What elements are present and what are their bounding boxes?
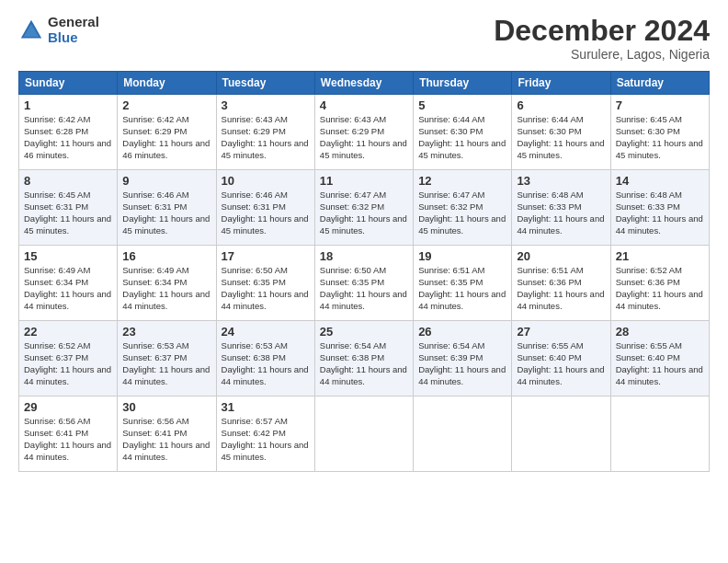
day-info: Sunrise: 6:51 AM Sunset: 6:35 PM Dayligh… bbox=[418, 265, 506, 312]
table-row: 27 Sunrise: 6:55 AM Sunset: 6:40 PM Dayl… bbox=[512, 321, 610, 396]
table-row: 12 Sunrise: 6:47 AM Sunset: 6:32 PM Dayl… bbox=[414, 170, 512, 246]
day-number: 23 bbox=[122, 325, 210, 339]
table-row: 26 Sunrise: 6:54 AM Sunset: 6:39 PM Dayl… bbox=[414, 321, 512, 396]
day-info: Sunrise: 6:51 AM Sunset: 6:36 PM Dayligh… bbox=[517, 265, 605, 312]
table-row: 30 Sunrise: 6:56 AM Sunset: 6:41 PM Dayl… bbox=[118, 396, 216, 472]
day-number: 3 bbox=[222, 98, 310, 112]
day-info: Sunrise: 6:50 AM Sunset: 6:35 PM Dayligh… bbox=[222, 265, 310, 312]
day-number: 12 bbox=[418, 174, 506, 188]
day-number: 9 bbox=[122, 174, 210, 188]
day-number: 14 bbox=[616, 174, 704, 188]
table-row: 5 Sunrise: 6:44 AM Sunset: 6:30 PM Dayli… bbox=[414, 95, 512, 170]
day-info: Sunrise: 6:52 AM Sunset: 6:37 PM Dayligh… bbox=[24, 340, 112, 387]
page: General Blue December 2024 Surulere, Lag… bbox=[0, 0, 728, 563]
table-row: 13 Sunrise: 6:48 AM Sunset: 6:33 PM Dayl… bbox=[512, 170, 610, 246]
table-row: 16 Sunrise: 6:49 AM Sunset: 6:34 PM Dayl… bbox=[118, 246, 216, 321]
day-info: Sunrise: 6:47 AM Sunset: 6:32 PM Dayligh… bbox=[320, 190, 408, 236]
days-header-row: Sunday Monday Tuesday Wednesday Thursday… bbox=[19, 72, 710, 95]
day-number: 26 bbox=[418, 325, 506, 339]
table-row: 22 Sunrise: 6:52 AM Sunset: 6:37 PM Dayl… bbox=[19, 321, 118, 396]
calendar-week-row: 1 Sunrise: 6:42 AM Sunset: 6:28 PM Dayli… bbox=[19, 95, 710, 170]
calendar-week-row: 29 Sunrise: 6:56 AM Sunset: 6:41 PM Dayl… bbox=[19, 396, 710, 472]
calendar-week-row: 22 Sunrise: 6:52 AM Sunset: 6:37 PM Dayl… bbox=[19, 321, 710, 396]
day-info: Sunrise: 6:54 AM Sunset: 6:39 PM Dayligh… bbox=[418, 340, 506, 387]
day-info: Sunrise: 6:53 AM Sunset: 6:37 PM Dayligh… bbox=[122, 340, 210, 387]
table-row: 1 Sunrise: 6:42 AM Sunset: 6:28 PM Dayli… bbox=[19, 95, 118, 170]
day-number: 4 bbox=[320, 98, 408, 112]
day-info: Sunrise: 6:52 AM Sunset: 6:36 PM Dayligh… bbox=[616, 265, 704, 312]
day-number: 17 bbox=[222, 249, 310, 263]
table-row bbox=[414, 396, 512, 472]
title-location: Surulere, Lagos, Nigeria bbox=[494, 47, 710, 62]
day-number: 27 bbox=[517, 325, 605, 339]
header-wednesday: Wednesday bbox=[314, 72, 413, 95]
day-info: Sunrise: 6:55 AM Sunset: 6:40 PM Dayligh… bbox=[616, 340, 704, 387]
day-number: 28 bbox=[616, 325, 704, 339]
day-number: 5 bbox=[418, 98, 506, 112]
title-month: December 2024 bbox=[494, 15, 710, 47]
table-row: 23 Sunrise: 6:53 AM Sunset: 6:37 PM Dayl… bbox=[118, 321, 216, 396]
header-thursday: Thursday bbox=[414, 72, 512, 95]
day-number: 2 bbox=[122, 98, 210, 112]
table-row bbox=[314, 396, 413, 472]
day-info: Sunrise: 6:46 AM Sunset: 6:31 PM Dayligh… bbox=[122, 190, 210, 236]
day-number: 24 bbox=[222, 325, 310, 339]
table-row: 11 Sunrise: 6:47 AM Sunset: 6:32 PM Dayl… bbox=[314, 170, 413, 246]
day-number: 25 bbox=[320, 325, 408, 339]
day-number: 7 bbox=[616, 98, 704, 112]
day-number: 8 bbox=[24, 174, 112, 188]
day-number: 20 bbox=[517, 249, 605, 263]
day-info: Sunrise: 6:56 AM Sunset: 6:41 PM Dayligh… bbox=[24, 416, 112, 463]
table-row: 2 Sunrise: 6:42 AM Sunset: 6:29 PM Dayli… bbox=[118, 95, 216, 170]
calendar-week-row: 15 Sunrise: 6:49 AM Sunset: 6:34 PM Dayl… bbox=[19, 246, 710, 321]
day-info: Sunrise: 6:48 AM Sunset: 6:33 PM Dayligh… bbox=[517, 190, 605, 236]
day-number: 10 bbox=[222, 174, 310, 188]
header-saturday: Saturday bbox=[610, 72, 709, 95]
day-info: Sunrise: 6:55 AM Sunset: 6:40 PM Dayligh… bbox=[517, 340, 605, 387]
table-row bbox=[512, 396, 610, 472]
day-info: Sunrise: 6:57 AM Sunset: 6:42 PM Dayligh… bbox=[222, 416, 310, 463]
day-number: 16 bbox=[122, 249, 210, 263]
header-friday: Friday bbox=[512, 72, 610, 95]
day-number: 29 bbox=[24, 400, 112, 414]
day-number: 31 bbox=[222, 400, 310, 414]
day-number: 1 bbox=[24, 98, 112, 112]
day-number: 15 bbox=[24, 249, 112, 263]
table-row: 8 Sunrise: 6:45 AM Sunset: 6:31 PM Dayli… bbox=[19, 170, 118, 246]
header-tuesday: Tuesday bbox=[216, 72, 314, 95]
day-info: Sunrise: 6:49 AM Sunset: 6:34 PM Dayligh… bbox=[24, 265, 112, 312]
day-info: Sunrise: 6:45 AM Sunset: 6:31 PM Dayligh… bbox=[24, 190, 112, 236]
logo: General Blue bbox=[18, 15, 99, 45]
table-row: 14 Sunrise: 6:48 AM Sunset: 6:33 PM Dayl… bbox=[610, 170, 709, 246]
table-row: 15 Sunrise: 6:49 AM Sunset: 6:34 PM Dayl… bbox=[19, 246, 118, 321]
table-row: 29 Sunrise: 6:56 AM Sunset: 6:41 PM Dayl… bbox=[19, 396, 118, 472]
day-info: Sunrise: 6:54 AM Sunset: 6:38 PM Dayligh… bbox=[320, 340, 408, 387]
day-info: Sunrise: 6:44 AM Sunset: 6:30 PM Dayligh… bbox=[418, 114, 506, 161]
header-sunday: Sunday bbox=[19, 72, 118, 95]
day-info: Sunrise: 6:53 AM Sunset: 6:38 PM Dayligh… bbox=[222, 340, 310, 387]
day-info: Sunrise: 6:44 AM Sunset: 6:30 PM Dayligh… bbox=[517, 114, 605, 161]
table-row: 24 Sunrise: 6:53 AM Sunset: 6:38 PM Dayl… bbox=[216, 321, 314, 396]
day-number: 18 bbox=[320, 249, 408, 263]
day-number: 13 bbox=[517, 174, 605, 188]
logo-blue: Blue bbox=[48, 30, 99, 46]
logo-text: General Blue bbox=[48, 15, 99, 45]
calendar-table: Sunday Monday Tuesday Wednesday Thursday… bbox=[18, 71, 710, 472]
day-number: 21 bbox=[616, 249, 704, 263]
table-row: 20 Sunrise: 6:51 AM Sunset: 6:36 PM Dayl… bbox=[512, 246, 610, 321]
day-number: 30 bbox=[122, 400, 210, 414]
table-row: 9 Sunrise: 6:46 AM Sunset: 6:31 PM Dayli… bbox=[118, 170, 216, 246]
table-row: 17 Sunrise: 6:50 AM Sunset: 6:35 PM Dayl… bbox=[216, 246, 314, 321]
table-row: 21 Sunrise: 6:52 AM Sunset: 6:36 PM Dayl… bbox=[610, 246, 709, 321]
day-info: Sunrise: 6:45 AM Sunset: 6:30 PM Dayligh… bbox=[616, 114, 704, 161]
day-info: Sunrise: 6:50 AM Sunset: 6:35 PM Dayligh… bbox=[320, 265, 408, 312]
header: General Blue December 2024 Surulere, Lag… bbox=[18, 15, 710, 62]
title-block: December 2024 Surulere, Lagos, Nigeria bbox=[494, 15, 710, 62]
table-row: 4 Sunrise: 6:43 AM Sunset: 6:29 PM Dayli… bbox=[314, 95, 413, 170]
day-info: Sunrise: 6:43 AM Sunset: 6:29 PM Dayligh… bbox=[320, 114, 408, 161]
table-row: 7 Sunrise: 6:45 AM Sunset: 6:30 PM Dayli… bbox=[610, 95, 709, 170]
day-info: Sunrise: 6:56 AM Sunset: 6:41 PM Dayligh… bbox=[122, 416, 210, 463]
day-number: 11 bbox=[320, 174, 408, 188]
header-monday: Monday bbox=[118, 72, 216, 95]
table-row: 31 Sunrise: 6:57 AM Sunset: 6:42 PM Dayl… bbox=[216, 396, 314, 472]
